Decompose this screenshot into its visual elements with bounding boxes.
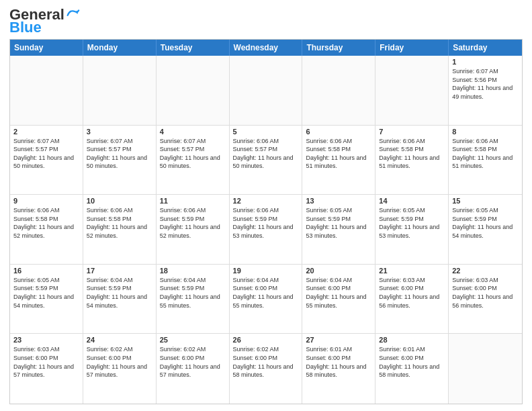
day-number: 25	[160, 336, 226, 344]
day-number: 19	[233, 267, 299, 275]
day-info: Sunrise: 6:04 AMSunset: 6:00 PMDaylight:…	[306, 276, 371, 310]
day-info: Sunrise: 6:04 AMSunset: 5:59 PMDaylight:…	[87, 276, 152, 310]
day-header-wednesday: Wednesday	[230, 40, 303, 56]
cal-cell: 7Sunrise: 6:06 AMSunset: 5:58 PMDaylight…	[375, 126, 449, 195]
cal-cell: 12Sunrise: 6:06 AMSunset: 5:59 PMDayligh…	[230, 195, 303, 264]
logo: General Blue	[9, 7, 80, 35]
day-header-friday: Friday	[375, 40, 449, 56]
day-info: Sunrise: 6:04 AMSunset: 5:59 PMDaylight:…	[160, 276, 226, 310]
day-info: Sunrise: 6:07 AMSunset: 5:57 PMDaylight:…	[13, 137, 79, 171]
day-info: Sunrise: 6:03 AMSunset: 6:00 PMDaylight:…	[452, 276, 519, 310]
cal-cell: 2Sunrise: 6:07 AMSunset: 5:57 PMDaylight…	[10, 126, 83, 195]
page: General Blue SundayMondayTuesdayWednesda…	[0, 0, 532, 411]
day-number: 6	[306, 128, 371, 136]
day-number: 2	[13, 128, 79, 136]
cal-cell	[375, 56, 449, 125]
cal-cell: 24Sunrise: 6:02 AMSunset: 6:00 PMDayligh…	[83, 334, 157, 404]
day-info: Sunrise: 6:05 AMSunset: 5:59 PMDaylight:…	[306, 206, 371, 240]
day-header-sunday: Sunday	[10, 40, 83, 56]
cal-cell: 6Sunrise: 6:06 AMSunset: 5:58 PMDaylight…	[302, 126, 375, 195]
day-number: 17	[87, 267, 152, 275]
day-info: Sunrise: 6:06 AMSunset: 5:57 PMDaylight:…	[233, 137, 299, 171]
day-info: Sunrise: 6:03 AMSunset: 6:00 PMDaylight:…	[13, 345, 79, 379]
cal-cell: 27Sunrise: 6:01 AMSunset: 6:00 PMDayligh…	[302, 334, 375, 404]
cal-cell: 15Sunrise: 6:05 AMSunset: 5:59 PMDayligh…	[449, 195, 522, 264]
day-number: 13	[306, 197, 371, 205]
day-number: 28	[379, 336, 445, 344]
day-header-thursday: Thursday	[302, 40, 375, 56]
day-info: Sunrise: 6:06 AMSunset: 5:58 PMDaylight:…	[306, 137, 371, 171]
cal-cell	[83, 56, 157, 125]
calendar-body: 1Sunrise: 6:07 AMSunset: 5:56 PMDaylight…	[10, 56, 522, 404]
cal-cell: 25Sunrise: 6:02 AMSunset: 6:00 PMDayligh…	[157, 334, 230, 404]
cal-cell: 20Sunrise: 6:04 AMSunset: 6:00 PMDayligh…	[302, 265, 375, 334]
day-number: 3	[87, 128, 152, 136]
day-number: 12	[233, 197, 299, 205]
cal-cell: 14Sunrise: 6:05 AMSunset: 5:59 PMDayligh…	[375, 195, 449, 264]
day-info: Sunrise: 6:06 AMSunset: 5:58 PMDaylight:…	[452, 137, 519, 171]
day-info: Sunrise: 6:06 AMSunset: 5:58 PMDaylight:…	[379, 137, 445, 171]
day-number: 5	[233, 128, 299, 136]
cal-cell: 11Sunrise: 6:06 AMSunset: 5:59 PMDayligh…	[157, 195, 230, 264]
day-number: 7	[379, 128, 445, 136]
day-number: 14	[379, 197, 445, 205]
cal-cell: 16Sunrise: 6:05 AMSunset: 5:59 PMDayligh…	[10, 265, 83, 334]
day-number: 16	[13, 267, 79, 275]
day-header-tuesday: Tuesday	[157, 40, 230, 56]
day-number: 23	[13, 336, 79, 344]
week-row-5: 23Sunrise: 6:03 AMSunset: 6:00 PMDayligh…	[10, 334, 522, 404]
header: General Blue	[9, 7, 523, 35]
day-info: Sunrise: 6:07 AMSunset: 5:57 PMDaylight:…	[87, 137, 152, 171]
logo-text-blue: Blue	[9, 20, 42, 35]
day-number: 10	[87, 197, 152, 205]
day-info: Sunrise: 6:02 AMSunset: 6:00 PMDaylight:…	[160, 345, 226, 379]
day-header-saturday: Saturday	[449, 40, 522, 56]
cal-cell: 10Sunrise: 6:06 AMSunset: 5:58 PMDayligh…	[83, 195, 157, 264]
day-number: 15	[452, 197, 519, 205]
cal-cell: 9Sunrise: 6:06 AMSunset: 5:58 PMDaylight…	[10, 195, 83, 264]
day-info: Sunrise: 6:01 AMSunset: 6:00 PMDaylight:…	[379, 345, 445, 379]
day-number: 27	[306, 336, 371, 344]
week-row-2: 2Sunrise: 6:07 AMSunset: 5:57 PMDaylight…	[10, 126, 522, 195]
cal-cell: 13Sunrise: 6:05 AMSunset: 5:59 PMDayligh…	[302, 195, 375, 264]
cal-cell: 18Sunrise: 6:04 AMSunset: 5:59 PMDayligh…	[157, 265, 230, 334]
logo-icon	[65, 7, 80, 21]
day-number: 21	[379, 267, 445, 275]
cal-cell: 1Sunrise: 6:07 AMSunset: 5:56 PMDaylight…	[449, 56, 522, 125]
day-header-monday: Monday	[83, 40, 157, 56]
day-info: Sunrise: 6:02 AMSunset: 6:00 PMDaylight:…	[233, 345, 299, 379]
cal-cell: 5Sunrise: 6:06 AMSunset: 5:57 PMDaylight…	[230, 126, 303, 195]
day-info: Sunrise: 6:06 AMSunset: 5:59 PMDaylight:…	[160, 206, 226, 240]
day-number: 1	[452, 58, 519, 66]
cal-cell	[302, 56, 375, 125]
day-info: Sunrise: 6:05 AMSunset: 5:59 PMDaylight:…	[13, 276, 79, 310]
day-number: 20	[306, 267, 371, 275]
day-info: Sunrise: 6:06 AMSunset: 5:59 PMDaylight:…	[233, 206, 299, 240]
calendar-header: SundayMondayTuesdayWednesdayThursdayFrid…	[10, 40, 522, 56]
day-number: 8	[452, 128, 519, 136]
day-number: 24	[87, 336, 152, 344]
cal-cell	[10, 56, 83, 125]
cal-cell: 8Sunrise: 6:06 AMSunset: 5:58 PMDaylight…	[449, 126, 522, 195]
calendar: SundayMondayTuesdayWednesdayThursdayFrid…	[9, 39, 523, 404]
day-number: 26	[233, 336, 299, 344]
day-number: 18	[160, 267, 226, 275]
cal-cell: 4Sunrise: 6:07 AMSunset: 5:57 PMDaylight…	[157, 126, 230, 195]
day-info: Sunrise: 6:06 AMSunset: 5:58 PMDaylight:…	[13, 206, 79, 240]
day-info: Sunrise: 6:07 AMSunset: 5:56 PMDaylight:…	[452, 67, 519, 101]
day-info: Sunrise: 6:04 AMSunset: 6:00 PMDaylight:…	[233, 276, 299, 310]
cal-cell: 19Sunrise: 6:04 AMSunset: 6:00 PMDayligh…	[230, 265, 303, 334]
day-info: Sunrise: 6:07 AMSunset: 5:57 PMDaylight:…	[160, 137, 226, 171]
day-number: 11	[160, 197, 226, 205]
day-number: 22	[452, 267, 519, 275]
cal-cell: 17Sunrise: 6:04 AMSunset: 5:59 PMDayligh…	[83, 265, 157, 334]
day-info: Sunrise: 6:05 AMSunset: 5:59 PMDaylight:…	[452, 206, 519, 240]
day-number: 9	[13, 197, 79, 205]
day-number: 4	[160, 128, 226, 136]
day-info: Sunrise: 6:02 AMSunset: 6:00 PMDaylight:…	[87, 345, 152, 379]
cal-cell: 26Sunrise: 6:02 AMSunset: 6:00 PMDayligh…	[230, 334, 303, 404]
cal-cell: 23Sunrise: 6:03 AMSunset: 6:00 PMDayligh…	[10, 334, 83, 404]
day-info: Sunrise: 6:01 AMSunset: 6:00 PMDaylight:…	[306, 345, 371, 379]
week-row-3: 9Sunrise: 6:06 AMSunset: 5:58 PMDaylight…	[10, 195, 522, 265]
week-row-4: 16Sunrise: 6:05 AMSunset: 5:59 PMDayligh…	[10, 265, 522, 334]
